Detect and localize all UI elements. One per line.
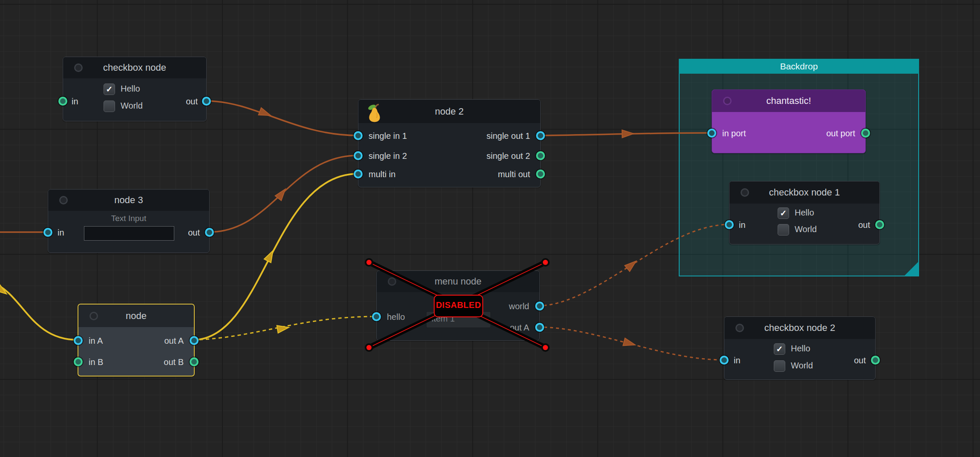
cross-corner-dot	[366, 260, 372, 265]
disabled-badge: DISABLED	[434, 295, 483, 317]
cross-corner-dot	[543, 345, 548, 350]
cross-corner-dot	[366, 345, 372, 350]
node-graph-canvas[interactable]: Backdrop checkbox node ✓ Hello World	[0, 0, 980, 457]
disabled-overlay	[0, 0, 980, 457]
cross-corner-dot	[543, 260, 548, 265]
